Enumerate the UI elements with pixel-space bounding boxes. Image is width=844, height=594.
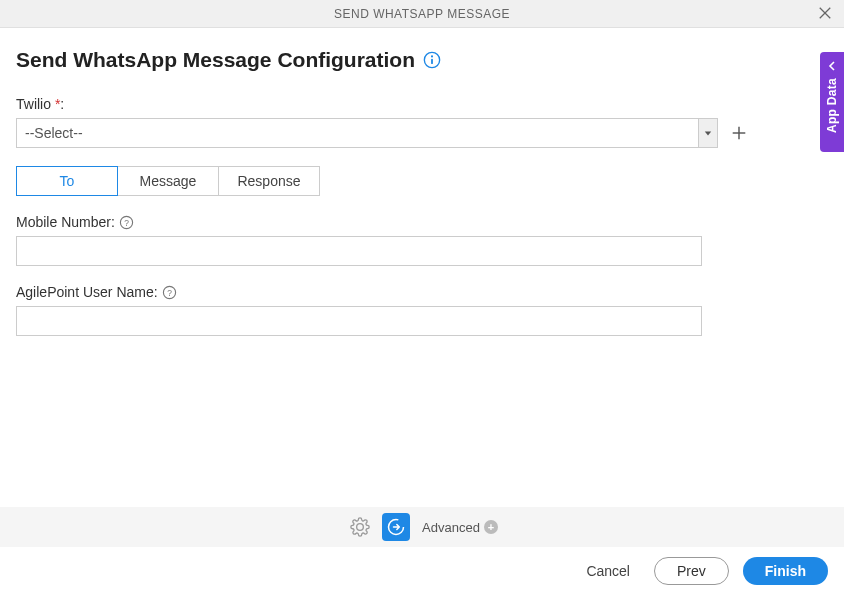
twilio-select[interactable]: --Select-- <box>16 118 718 148</box>
process-button[interactable] <box>382 513 410 541</box>
advanced-toggle[interactable]: Advanced + <box>422 520 498 535</box>
tab-to[interactable]: To <box>16 166 118 196</box>
page-title: Send WhatsApp Message Configuration <box>16 48 415 72</box>
dialog-header: SEND WHATSAPP MESSAGE <box>0 0 844 28</box>
activity-toolbar: Advanced + <box>0 507 844 547</box>
cancel-button[interactable]: Cancel <box>576 557 640 585</box>
close-button[interactable] <box>818 6 832 22</box>
tab-message[interactable]: Message <box>117 166 219 196</box>
tab-response[interactable]: Response <box>218 166 320 196</box>
info-icon[interactable] <box>423 51 441 69</box>
username-label: AgilePoint User Name: <box>16 284 158 300</box>
twilio-select-toggle[interactable] <box>698 118 718 148</box>
app-data-panel-toggle[interactable]: App Data <box>820 52 844 152</box>
mobile-number-label: Mobile Number: <box>16 214 115 230</box>
help-icon[interactable]: ? <box>162 285 177 300</box>
svg-marker-5 <box>705 131 711 135</box>
dialog-title: SEND WHATSAPP MESSAGE <box>334 7 510 21</box>
advanced-label: Advanced <box>422 520 480 535</box>
username-input[interactable] <box>16 306 702 336</box>
config-tabs: To Message Response <box>16 166 828 196</box>
help-icon[interactable]: ? <box>119 215 134 230</box>
process-arrow-icon <box>386 517 406 537</box>
chevron-left-icon <box>827 60 837 74</box>
chevron-down-icon <box>704 129 712 137</box>
svg-text:?: ? <box>124 217 129 227</box>
plus-circle-icon: + <box>484 520 498 534</box>
svg-text:?: ? <box>167 287 172 297</box>
finish-button[interactable]: Finish <box>743 557 828 585</box>
svg-point-3 <box>431 55 433 57</box>
close-icon <box>818 6 832 20</box>
gear-icon <box>350 517 370 537</box>
settings-button[interactable] <box>346 513 374 541</box>
dialog-footer: Cancel Prev Finish <box>0 547 844 594</box>
twilio-label: Twilio *: <box>16 96 828 112</box>
twilio-select-value: --Select-- <box>16 118 698 148</box>
plus-icon <box>730 124 748 142</box>
svg-rect-4 <box>431 59 433 64</box>
add-twilio-button[interactable] <box>728 122 750 144</box>
app-data-label: App Data <box>825 78 839 133</box>
prev-button[interactable]: Prev <box>654 557 729 585</box>
mobile-number-input[interactable] <box>16 236 702 266</box>
